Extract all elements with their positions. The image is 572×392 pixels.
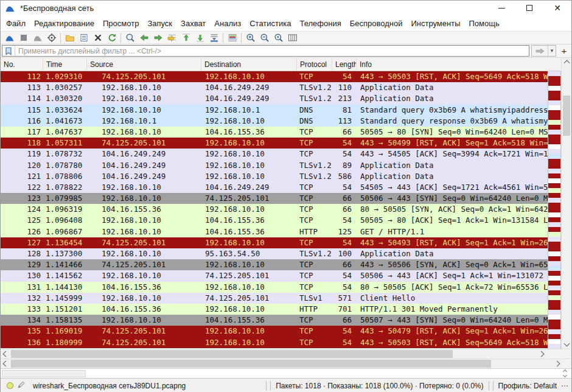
menu-go[interactable]: Запуск: [143, 17, 176, 30]
menu-analyze[interactable]: Анализ: [210, 17, 245, 30]
cell-time: 1.078822: [43, 182, 87, 193]
go-last-icon[interactable]: [193, 32, 207, 44]
menu-wireless[interactable]: Беспроводной: [346, 17, 407, 30]
menu-statistics[interactable]: Статистика: [245, 17, 295, 30]
go-forward-icon[interactable]: [151, 32, 165, 44]
menu-edit[interactable]: Редактирование: [30, 17, 99, 30]
packet-row[interactable]: 1261.096867192.168.10.10104.16.155.36HTT…: [1, 226, 548, 237]
close-file-icon[interactable]: [91, 32, 105, 44]
packet-row[interactable]: 1201.078780104.16.249.249192.168.10.10TL…: [1, 160, 548, 171]
column-header-destination[interactable]: Destination: [201, 58, 297, 71]
packet-row[interactable]: 1271.13645474.125.205.101192.168.10.10TC…: [1, 237, 548, 248]
menu-capture[interactable]: Захват: [176, 17, 210, 30]
packet-row[interactable]: 1281.137300192.168.10.1095.163.54.50TLSv…: [1, 248, 548, 259]
packet-row[interactable]: 1231.079985192.168.10.1074.125.205.101TC…: [1, 193, 548, 204]
cell-len: 66: [332, 193, 357, 204]
packet-row[interactable]: 1161.041673192.168.10.1192.168.10.10DNS1…: [1, 116, 548, 127]
packet-row[interactable]: 1341.158135192.168.10.10104.16.155.36TCP…: [1, 315, 548, 326]
vertical-scrollbar[interactable]: [561, 58, 571, 349]
menu-tools[interactable]: Инструменты: [406, 17, 464, 30]
packet-row[interactable]: 1181.05731174.125.205.101192.168.10.10TC…: [1, 138, 548, 149]
window-title: *Беспроводная сеть: [20, 4, 94, 13]
packet-row[interactable]: 1311.144130104.16.155.36192.168.10.10TCP…: [1, 282, 548, 293]
scroll-right-icon-2[interactable]: [552, 359, 562, 368]
zoom-in-icon[interactable]: [243, 32, 257, 44]
expert-info-icon[interactable]: [7, 382, 13, 389]
column-header-source[interactable]: Source: [87, 58, 201, 71]
display-filter-input[interactable]: Применить дисплейный фильтр ... <Ctrl-/>: [2, 45, 529, 57]
maximize-button[interactable]: [515, 1, 543, 15]
scroll-right-icon[interactable]: [536, 349, 546, 359]
scroll-down-icon[interactable]: [563, 341, 570, 347]
horizontal-scrollbar-2-thumb[interactable]: [11, 360, 491, 368]
profile-label[interactable]: Профиль: Default: [495, 382, 560, 390]
cell-proto: DNS: [297, 116, 332, 127]
scroll-left-icon-2[interactable]: [1, 359, 10, 368]
apply-filter-button[interactable]: [532, 46, 548, 56]
packet-row[interactable]: 1241.096319104.16.155.36192.168.10.10TCP…: [1, 204, 548, 215]
capture-filename[interactable]: wireshark_Беспроводная сетьJ89DU1.pcapng: [33, 382, 186, 390]
horizontal-scrollbar-1[interactable]: [1, 349, 546, 359]
menu-view[interactable]: Просмотр: [99, 17, 143, 30]
stop-capture-icon[interactable]: [16, 32, 30, 44]
column-header-info[interactable]: Info: [357, 58, 548, 71]
start-capture-icon[interactable]: [2, 32, 16, 44]
packet-row[interactable]: 1321.145999192.168.10.1074.125.205.101TL…: [1, 293, 548, 304]
go-to-packet-icon[interactable]: [165, 32, 179, 44]
cell-len: 66: [332, 259, 357, 270]
packet-row[interactable]: 1121.02931074.125.205.101192.168.10.10TC…: [1, 71, 548, 82]
packet-row[interactable]: 1301.141562192.168.10.1074.125.205.101TC…: [1, 270, 548, 281]
packet-row[interactable]: 1131.030257192.168.10.10104.16.249.249TL…: [1, 82, 548, 93]
zoom-reset-icon[interactable]: [271, 32, 285, 44]
horizontal-scrollbar-2[interactable]: [1, 359, 562, 368]
packet-row[interactable]: 1211.078806104.16.249.249192.168.10.10TL…: [1, 171, 548, 182]
horizontal-scrollbar-1-thumb[interactable]: [11, 350, 453, 358]
packet-row[interactable]: 1361.18099974.125.205.101192.168.10.10TC…: [1, 337, 548, 348]
packet-row[interactable]: 1171.047637192.168.10.10104.16.155.36TCP…: [1, 127, 548, 138]
column-header-protocol[interactable]: Protocol: [297, 58, 332, 71]
pane-spinner[interactable]: [563, 370, 567, 377]
capture-options-icon[interactable]: [44, 32, 58, 44]
vertical-scrollbar-thumb[interactable]: [563, 96, 570, 136]
column-header-length[interactable]: Length: [332, 58, 357, 71]
packet-row[interactable]: 1291.14146674.125.205.101192.168.10.10TC…: [1, 259, 548, 270]
packet-row[interactable]: 1191.078732104.16.249.249192.168.10.10TC…: [1, 149, 548, 159]
packet-row[interactable]: 1151.033624192.168.10.10192.168.10.1DNS8…: [1, 105, 548, 116]
packet-minimap[interactable]: [548, 58, 561, 349]
cell-len: 89: [332, 160, 357, 171]
collapsed-pane-handle[interactable]: [2, 370, 86, 377]
packet-row[interactable]: 1351.16901974.125.205.101192.168.10.10TC…: [1, 326, 548, 337]
auto-scroll-icon[interactable]: [207, 32, 221, 44]
go-back-icon[interactable]: [137, 32, 151, 44]
zoom-out-icon[interactable]: [257, 32, 271, 44]
restart-capture-icon[interactable]: [30, 32, 44, 44]
minimize-button[interactable]: [487, 1, 515, 15]
menu-help[interactable]: Помощь: [465, 17, 504, 30]
open-file-icon[interactable]: [63, 32, 77, 44]
scroll-left-icon[interactable]: [1, 349, 10, 359]
minimap-stripe: [548, 139, 560, 144]
filter-bookmark-button[interactable]: [2, 46, 15, 56]
capture-comment-icon[interactable]: [17, 380, 26, 391]
column-header-time[interactable]: Time: [43, 58, 87, 71]
resize-columns-icon[interactable]: [285, 32, 299, 44]
save-file-icon[interactable]: [77, 32, 91, 44]
resize-grip[interactable]: [561, 385, 568, 387]
packet-row[interactable]: 1221.078822192.168.10.10104.16.249.249TC…: [1, 182, 548, 193]
packet-row[interactable]: 1251.096408192.168.10.10104.16.155.36TCP…: [1, 215, 548, 226]
packet-row[interactable]: 1141.030320192.168.10.10104.16.249.249TL…: [1, 93, 548, 104]
cell-time: 1.078732: [43, 149, 87, 159]
close-button[interactable]: ✕: [543, 1, 571, 15]
go-first-icon[interactable]: [179, 32, 193, 44]
reload-icon[interactable]: [105, 32, 119, 44]
colorize-icon[interactable]: [225, 32, 239, 44]
filter-history-dropdown[interactable]: ▼: [548, 46, 556, 56]
scroll-up-icon[interactable]: [563, 60, 570, 66]
bookmark-icon: [5, 47, 12, 55]
packet-row[interactable]: 1331.151201104.16.155.36192.168.10.10HTT…: [1, 304, 548, 315]
add-filter-button[interactable]: +: [558, 45, 570, 57]
menu-telephony[interactable]: Телефония: [295, 17, 345, 30]
menu-file[interactable]: Файл: [2, 17, 30, 30]
find-packet-icon[interactable]: [123, 32, 137, 44]
column-header-no[interactable]: No.: [1, 58, 43, 71]
